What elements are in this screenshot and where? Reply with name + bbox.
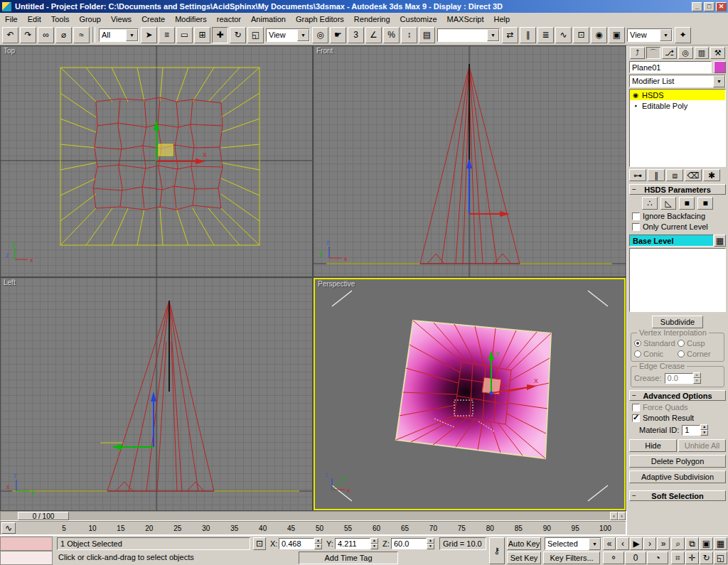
polygon-subobject-button[interactable]: ■ <box>679 197 695 210</box>
menu-item[interactable]: Tools <box>46 14 75 24</box>
arc-rotate-button[interactable]: ↻ <box>700 551 713 564</box>
unlink-selection-button[interactable]: ⌀ <box>55 27 72 43</box>
named-selection-sets-dropdown[interactable]: ▼ <box>437 28 500 42</box>
render-scene-button[interactable]: ▣ <box>609 27 625 43</box>
current-frame-field[interactable]: 0 <box>625 551 646 564</box>
force-quads-checkbox[interactable] <box>632 404 640 411</box>
y-coordinate-field[interactable]: 4.211 <box>335 538 370 549</box>
angle-snap-toggle-button[interactable]: ∠ <box>365 27 382 43</box>
chevron-down-icon[interactable]: ▼ <box>589 538 601 550</box>
quick-render-button[interactable]: ✦ <box>675 27 691 43</box>
only-current-level-row[interactable]: Only Current Level <box>632 222 726 231</box>
rollout-hsds-parameters[interactable]: − HSDS Parameters <box>629 184 726 195</box>
use-pivot-point-center-button[interactable]: ◎ <box>312 27 328 43</box>
time-slider-grip[interactable]: 0 / 100 <box>18 512 69 520</box>
field-of-view-button[interactable]: ⌗ <box>671 551 685 564</box>
select-by-name-button[interactable]: ≡ <box>159 27 175 43</box>
add-time-tag[interactable]: Add Time Tag <box>299 551 398 564</box>
edit-named-selection-sets-button[interactable]: ▤ <box>419 27 435 43</box>
time-slider[interactable]: 0 / 100 ‹ › <box>0 511 626 521</box>
layer-manager-button[interactable]: ≣ <box>537 27 554 43</box>
delete-polygon-button[interactable]: Delete Polygon <box>629 455 726 468</box>
select-and-scale-button[interactable]: ◱ <box>247 27 264 43</box>
menu-item[interactable]: MAXScript <box>442 14 489 24</box>
level-grid-button[interactable]: ▦ <box>714 235 726 247</box>
corner-radio[interactable] <box>678 350 685 357</box>
redo-button[interactable]: ↷ <box>20 27 36 43</box>
selection-lock-toggle[interactable]: ⊡ <box>253 537 266 550</box>
track-bar[interactable]: ∿ 51015202530354045505560657075808590951… <box>0 521 626 535</box>
chevron-down-icon[interactable]: ▼ <box>487 29 499 41</box>
standard-radio-row[interactable]: Standard <box>634 339 678 348</box>
align-button[interactable]: ∥ <box>520 27 536 43</box>
rectangular-selection-region-button[interactable]: ▭ <box>176 27 193 43</box>
tab-modify[interactable]: ⌒ <box>646 47 661 59</box>
key-selection-dropdown[interactable]: Selected ▼ <box>545 537 601 550</box>
select-and-move-button[interactable]: ✚ <box>212 27 228 43</box>
x-spinner[interactable]: ▲▼ <box>314 538 322 549</box>
time-slider-prev-arrow[interactable]: ‹ <box>610 512 618 520</box>
percent-snap-toggle-button[interactable]: % <box>383 27 400 43</box>
adaptive-subdivision-button[interactable]: Adaptive Subdivision <box>629 470 726 483</box>
cusp-radio-row[interactable]: Cusp <box>678 339 721 348</box>
force-quads-row[interactable]: Force Quads <box>632 403 726 411</box>
only-current-level-checkbox[interactable] <box>632 223 640 231</box>
material-id-field[interactable]: 1 <box>682 425 700 436</box>
modifier-stack-item[interactable]: ▪ Editable Poly <box>630 100 725 111</box>
time-configuration-button[interactable]: ◔ <box>647 551 668 564</box>
reference-coordinate-system-dropdown[interactable]: View ▼ <box>266 28 310 42</box>
maxscript-mini-listener-pink[interactable] <box>0 537 53 551</box>
title-bar[interactable]: Untitled - Project Folder: C:\Documents … <box>0 0 728 13</box>
go-to-end-button[interactable]: » <box>657 537 670 550</box>
undo-button[interactable]: ↶ <box>2 27 18 43</box>
modifier-list-dropdown[interactable]: Modifier List ▼ <box>629 75 726 87</box>
conic-radio[interactable] <box>634 350 641 357</box>
viewport-front[interactable]: Front <box>314 46 626 276</box>
key-filters-button[interactable]: Key Filters... <box>543 551 600 564</box>
menu-item[interactable]: Group <box>74 14 106 24</box>
set-key-button[interactable]: Set Key <box>507 551 541 564</box>
spinner-snap-toggle-button[interactable]: ↕ <box>401 27 417 43</box>
tab-create[interactable]: ⤴ <box>630 47 645 59</box>
bind-to-space-warp-button[interactable]: ≈ <box>73 27 90 43</box>
minimize-button[interactable]: _ <box>692 2 702 11</box>
modifier-stack-item[interactable]: ◉ HSDS <box>630 90 725 100</box>
select-and-link-button[interactable]: ∞ <box>38 27 54 43</box>
viewport-label[interactable]: Perspective <box>318 280 355 288</box>
z-coordinate-field[interactable]: 60.0 <box>391 538 427 549</box>
window-crossing-toggle[interactable]: ⊞ <box>194 27 210 43</box>
chevron-down-icon[interactable]: ▼ <box>126 29 138 41</box>
chevron-down-icon[interactable]: ▼ <box>660 29 672 41</box>
auto-key-button[interactable]: Auto Key <box>507 537 541 550</box>
make-unique-button[interactable]: ⧈ <box>666 169 683 181</box>
element-subobject-button[interactable]: ■ <box>697 197 713 210</box>
ignore-backfacing-row[interactable]: Ignore Backfacing <box>632 212 726 220</box>
standard-radio[interactable] <box>634 340 641 347</box>
menu-item[interactable]: File <box>0 14 23 24</box>
zoom-button[interactable]: ⌕ <box>671 537 685 550</box>
rollout-soft-selection[interactable]: − Soft Selection <box>629 490 726 501</box>
rollout-advanced-options[interactable]: − Advanced Options <box>629 390 726 401</box>
chevron-down-icon[interactable]: ▼ <box>713 75 725 87</box>
level-list-box[interactable] <box>629 248 726 312</box>
previous-frame-button[interactable]: ‹ <box>616 537 629 550</box>
key-mode-toggle-button[interactable]: ⚬ <box>603 551 624 564</box>
subdivide-button[interactable]: Subdivide <box>652 316 703 328</box>
zoom-extents-button[interactable]: ▣ <box>700 537 713 550</box>
menu-item[interactable]: reactor <box>212 14 246 24</box>
zoom-extents-all-button[interactable]: ▦ <box>714 537 727 550</box>
mirror-button[interactable]: ⇄ <box>502 27 518 43</box>
object-name-field[interactable]: Plane01 <box>629 61 712 73</box>
play-animation-button[interactable]: ▶ <box>630 537 643 550</box>
hide-button[interactable]: Hide <box>629 439 677 452</box>
menu-item[interactable]: Customize <box>395 14 442 24</box>
modifier-stack-list[interactable]: ◉ HSDS ▪ Editable Poly <box>629 89 726 167</box>
chevron-down-icon[interactable]: ▼ <box>297 29 309 41</box>
base-level-bar[interactable]: Base Level <box>629 235 714 247</box>
crease-spinner[interactable]: ▲▼ <box>693 372 701 384</box>
corner-radio-row[interactable]: Corner <box>678 350 721 358</box>
tab-motion[interactable]: ◎ <box>678 47 693 59</box>
selection-filter-dropdown[interactable]: All ▼ <box>99 28 139 42</box>
tab-hierarchy[interactable]: ⎇ <box>662 47 677 59</box>
close-button[interactable]: ✕ <box>716 2 727 11</box>
